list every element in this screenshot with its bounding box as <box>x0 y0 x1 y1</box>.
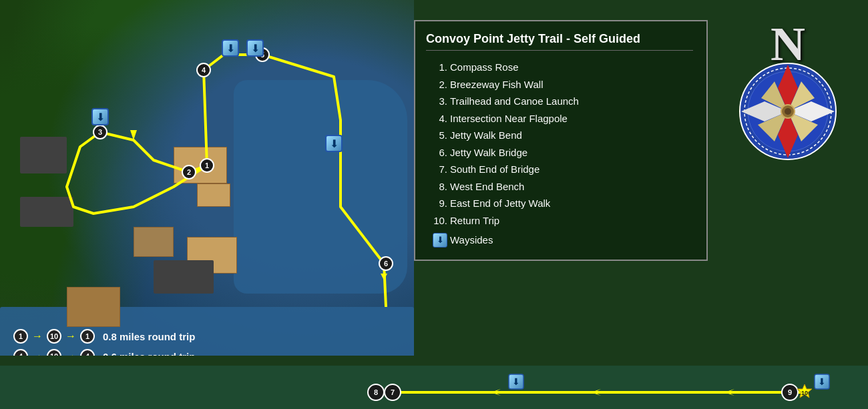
wayside-top-2: ⬇ <box>246 39 264 57</box>
legend-num-wayside: ⬇ <box>426 233 447 248</box>
legend-item-8: 8. West End Bench <box>426 178 693 195</box>
seq-1b: 10 <box>47 329 61 344</box>
legend-item-9: 9. East End of Jetty Walk <box>426 195 693 212</box>
legend-num-3: 3. <box>426 93 447 110</box>
legend-num-5: 5. <box>426 127 447 144</box>
marker-4: 4 <box>196 63 211 77</box>
legend-list: 1. Compass Rose 2. Breezeway Fish Wall 3… <box>426 59 693 249</box>
legend-text-5: Jetty Walk Bend <box>450 127 522 144</box>
legend-num-2: 2. <box>426 76 447 93</box>
legend-item-1: 1. Compass Rose <box>426 59 693 76</box>
marker-3: 3 <box>93 125 107 139</box>
legend-text-3: Trailhead and Canoe Launch <box>450 93 579 110</box>
legend-num-10: 10. <box>426 212 447 230</box>
legend-text-2: Breezeway Fish Wall <box>450 76 543 93</box>
legend-num-1: 1. <box>426 59 447 76</box>
legend-num-6: 6. <box>426 144 447 161</box>
bottom-trail: 8 7 9 10 ⬇ ⬇ <box>0 356 868 409</box>
legend-text-10: Return Trip <box>450 212 499 230</box>
legend-item-wayside: ⬇ Waysides <box>426 232 693 249</box>
arrow-2: → <box>65 330 76 342</box>
legend-text-9: East End of Jetty Walk <box>450 195 550 212</box>
legend-num-9: 9. <box>426 195 447 212</box>
map-area: 1 2 3 4 5 6 ⬇ ⬇ ⬇ ⬇ 1 → 10 → 1 0.8 miles… <box>0 0 414 409</box>
svg-text:⬇: ⬇ <box>512 376 520 387</box>
svg-text:⬇: ⬇ <box>818 376 826 387</box>
legend-text-6: Jetty Walk Bridge <box>450 144 527 161</box>
legend-item-4: 4. Intersection Near Flagpole <box>426 110 693 127</box>
marker-1: 1 <box>200 158 214 173</box>
legend-item-5: 5. Jetty Walk Bend <box>426 127 693 144</box>
legend-item-3: 3. Trailhead and Canoe Launch <box>426 93 693 110</box>
svg-rect-16 <box>0 366 868 409</box>
legend-num-8: 8. <box>426 178 447 195</box>
svg-text:8: 8 <box>374 388 378 396</box>
svg-point-14 <box>785 108 791 115</box>
legend-text-8: West End Bench <box>450 178 524 195</box>
legend-row-1: 1 → 10 → 1 0.8 miles round trip <box>13 329 195 344</box>
legend-title: Convoy Point Jetty Trail - Self Guided <box>426 32 693 51</box>
legend-item-2: 2. Breezeway Fish Wall <box>426 76 693 93</box>
seq-1c: 1 <box>80 329 95 344</box>
svg-marker-1 <box>381 274 387 280</box>
compass-rose <box>738 61 838 161</box>
svg-text:10: 10 <box>801 390 808 396</box>
legend-panel: Convoy Point Jetty Trail - Self Guided 1… <box>414 20 708 261</box>
svg-text:7: 7 <box>391 388 395 396</box>
legend-num-4: 4. <box>426 110 447 127</box>
legend-item-7: 7. South End of Bridge <box>426 161 693 178</box>
compass-area: N <box>721 20 855 167</box>
legend-text-4: Intersection Near Flagpole <box>450 110 568 127</box>
legend-item-10: 10. Return Trip <box>426 212 693 230</box>
legend-text-wayside: Waysides <box>450 232 493 249</box>
svg-text:9: 9 <box>788 388 792 396</box>
wayside-icon-legend: ⬇ <box>433 233 447 248</box>
legend-text-1: Compass Rose <box>450 59 519 76</box>
wayside-right: ⬇ <box>325 135 343 152</box>
marker-6: 6 <box>379 256 393 271</box>
wayside-left: ⬇ <box>91 108 109 125</box>
marker-2: 2 <box>182 165 196 179</box>
arrow-1: → <box>32 330 43 342</box>
legend-text-7: South End of Bridge <box>450 161 539 178</box>
seq-1a: 1 <box>13 329 28 344</box>
legend-item-6: 6. Jetty Walk Bridge <box>426 144 693 161</box>
distance-1: 0.8 miles round trip <box>103 331 195 342</box>
wayside-top-1: ⬇ <box>222 39 239 57</box>
legend-num-7: 7. <box>426 161 447 178</box>
